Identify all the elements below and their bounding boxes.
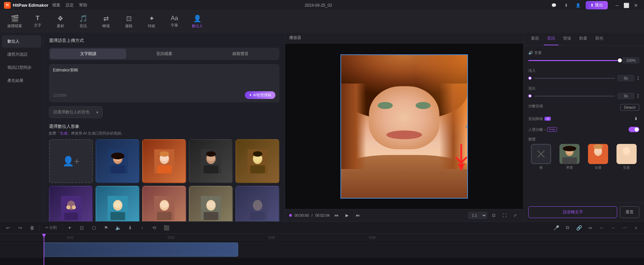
sidebar-item-lip-sync[interactable]: 視訊口型同步 [2, 61, 41, 74]
flag-button[interactable]: ⚑ [101, 223, 111, 232]
fade-in-spinner[interactable]: ▲ ▼ [637, 75, 639, 81]
svg-rect-50 [591, 157, 605, 164]
sidebar-item-talking-photo[interactable]: 讓照片說話 [2, 48, 41, 61]
volume-slider[interactable] [528, 60, 620, 61]
human-voice-toggle[interactable] [629, 127, 639, 132]
user-icon-btn[interactable]: 👤 [574, 1, 583, 10]
maximize-button[interactable]: ⬜ [623, 1, 631, 9]
fade-out-dot[interactable] [528, 94, 532, 98]
fade-out-value[interactable]: 0s [618, 93, 634, 99]
next-frame-button[interactable]: ⏭ [354, 211, 362, 219]
zoom-out-button[interactable]: − [608, 223, 618, 232]
mic-button[interactable]: 🎤 [551, 223, 561, 232]
tab-audio[interactable]: 音訊 [544, 32, 558, 45]
fullscreen-button[interactable]: ⛶ [500, 211, 508, 219]
noise-download-icon[interactable]: ⬇ [633, 115, 639, 122]
chat-icon-btn[interactable]: 💬 [549, 1, 559, 10]
voice-option-male[interactable]: 男聲 [557, 144, 583, 170]
fade-in-value[interactable]: 0s [618, 75, 634, 81]
delete-button[interactable]: 🗑 [28, 223, 37, 232]
menu-file[interactable]: 檔案 [52, 2, 60, 8]
color-button[interactable]: ⬛ [162, 223, 171, 232]
split-button[interactable]: ✂ 分割 [43, 223, 59, 232]
tab-color[interactable]: 顏色 [592, 32, 607, 45]
fade-out-spinner[interactable]: ▲ ▼ [637, 93, 639, 99]
audio-button[interactable]: 🔈 [113, 223, 123, 232]
fade-in-slider[interactable] [534, 78, 615, 79]
voice-option-female[interactable]: 女聲 [585, 144, 611, 170]
tab-screen[interactable]: 畫面 [528, 32, 542, 45]
link-button[interactable]: 🔗 [574, 223, 584, 232]
redo-button[interactable]: ↪ [15, 223, 25, 232]
text-input[interactable]: Edimakor剪輯 [53, 67, 275, 88]
voice-tab-audio[interactable]: 音訊檔案 [126, 49, 202, 59]
avatar-item-8[interactable] [189, 186, 233, 221]
voice-to-text-button[interactable]: 語音轉文字 [528, 206, 617, 218]
fit-button[interactable]: ⊡ [490, 211, 498, 219]
ratio-select[interactable]: 1:1 16:9 9:16 [468, 212, 487, 219]
split-clip-button[interactable]: ⧉ [563, 223, 572, 232]
spin-down-icon2[interactable]: ▼ [637, 96, 639, 99]
menu-help[interactable]: 幫助 [79, 2, 87, 8]
magic-button[interactable]: ✦ [65, 223, 74, 232]
spin-down-icon[interactable]: ▼ [637, 78, 639, 81]
down-button[interactable]: ⬇ [125, 223, 135, 232]
avatar-item-7[interactable] [142, 186, 186, 221]
prev-button[interactable]: ← [597, 223, 606, 232]
avatar-item-3[interactable] [189, 139, 233, 183]
rotate-button[interactable]: ⟲ [150, 223, 159, 232]
fade-in-dot[interactable] [528, 76, 532, 80]
voice-tab-record[interactable]: 錄製聲音 [202, 49, 278, 59]
avatar-item-1[interactable] [96, 139, 140, 183]
voice-option-child[interactable]: 兒童 [613, 144, 639, 170]
voice-select-dropdown[interactable]: 請選擇數位人的音色 ▾ [49, 106, 103, 118]
playhead-dot[interactable] [289, 214, 292, 217]
play-button[interactable]: ▶ [343, 211, 351, 219]
tool-filter[interactable]: ⊡ 濾鏡 [118, 13, 140, 30]
avatar-item-6[interactable] [96, 186, 140, 221]
expand-button[interactable]: ⤢ [511, 211, 519, 219]
add-avatar-button[interactable]: 👤+ [49, 139, 93, 183]
volume-thumb[interactable] [618, 58, 622, 62]
tool-digital-human[interactable]: 👤 數位人 [186, 13, 208, 30]
plus-button[interactable]: + [631, 223, 641, 232]
avatar-item-9[interactable] [235, 186, 279, 221]
crop-button[interactable]: ⊡ [77, 223, 87, 232]
minimize-button[interactable]: ─ [613, 1, 621, 9]
avatar-item-4[interactable] [235, 139, 279, 183]
transform-button[interactable]: ⬡ [89, 223, 99, 232]
tool-caption[interactable]: Aa 字幕 [164, 13, 185, 30]
voice-tab-text[interactable]: 文字朗讀 [50, 49, 126, 59]
spin-up-icon[interactable]: ▲ [637, 75, 639, 78]
tool-media[interactable]: 🎬 媒體檔案 [4, 13, 25, 30]
sidebar-item-digital-human[interactable]: 數位人 [2, 35, 41, 48]
fade-out-slider[interactable] [534, 96, 615, 97]
close-button[interactable]: ✕ [632, 1, 640, 9]
export-button[interactable]: ⬆ 匯出 [586, 1, 608, 9]
ai-compose-button[interactable]: ✦ AI智慧撰稿 [245, 91, 275, 99]
menu-settings[interactable]: 設定 [66, 2, 74, 8]
dots-button[interactable]: ⋯ [620, 223, 629, 232]
sidebar-item-generate[interactable]: 產生結果 [2, 74, 41, 87]
download-icon-btn[interactable]: ⬇ [561, 1, 571, 10]
reset-button[interactable]: 重置 [620, 206, 639, 218]
up-button[interactable]: ↑ [138, 223, 147, 232]
tool-text[interactable]: T 文字 [27, 13, 48, 30]
avatar-item-2[interactable] [142, 139, 186, 183]
timeline-playhead[interactable] [44, 234, 44, 265]
voice-option-none[interactable]: 無 [528, 144, 554, 170]
tool-audio[interactable]: 🎵 音訊 [72, 13, 94, 30]
unlink-button[interactable]: ⇔ [586, 223, 595, 232]
spin-up-icon2[interactable]: ▲ [637, 93, 639, 96]
volume-value[interactable]: 100% [623, 57, 639, 63]
undo-button[interactable]: ↩ [3, 223, 13, 232]
tab-speed[interactable]: 變速 [560, 32, 575, 45]
tool-transition[interactable]: ⇄ 轉場 [95, 13, 117, 30]
tool-material[interactable]: ❖ 素材 [50, 13, 71, 30]
prev-frame-button[interactable]: ⏮ [332, 211, 340, 219]
avatar-item-5[interactable] [49, 186, 93, 221]
tool-effects[interactable]: ✦ 特效 [141, 13, 162, 30]
tab-animation[interactable]: 動畫 [576, 32, 591, 45]
track-clip-main[interactable] [44, 243, 238, 257]
detach-button[interactable]: Detach [620, 104, 639, 111]
